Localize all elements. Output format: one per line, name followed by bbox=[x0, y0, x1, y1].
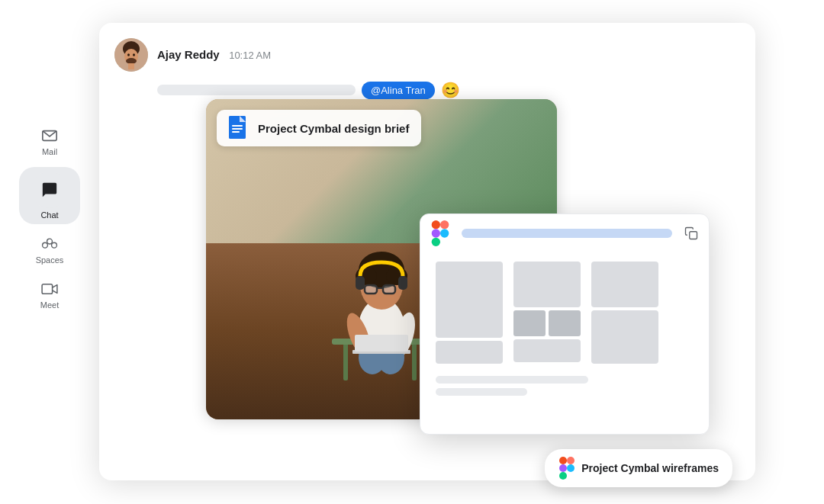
avatar bbox=[114, 38, 148, 72]
wf-small-right bbox=[549, 310, 581, 336]
sidebar-item-spaces[interactable]: Spaces bbox=[19, 230, 80, 269]
svg-point-1 bbox=[43, 242, 48, 248]
chat-label: Chat bbox=[40, 210, 58, 220]
emoji-symbol: 😊 bbox=[441, 81, 460, 99]
figma-pill-label: Project Cymbal wireframes bbox=[581, 462, 719, 474]
svg-rect-13 bbox=[412, 339, 417, 380]
message-text-bar bbox=[157, 85, 356, 95]
sender-info: Ajay Reddy 10:12 AM bbox=[157, 48, 271, 62]
spaces-icon bbox=[40, 235, 59, 253]
message-time: 10:12 AM bbox=[229, 50, 271, 61]
mail-icon bbox=[40, 127, 59, 145]
message-header: Ajay Reddy 10:12 AM bbox=[99, 23, 755, 81]
sender-name: Ajay Reddy bbox=[157, 48, 220, 61]
svg-rect-4 bbox=[42, 284, 53, 294]
main-scene: Mail Chat Spaces bbox=[0, 0, 824, 504]
figma-wireframe-card[interactable] bbox=[420, 213, 710, 435]
svg-rect-39 bbox=[440, 220, 449, 229]
svg-rect-23 bbox=[356, 276, 365, 290]
svg-rect-24 bbox=[398, 276, 407, 290]
svg-rect-32 bbox=[229, 116, 246, 139]
svg-point-10 bbox=[126, 58, 137, 64]
wf-mid-bottom bbox=[513, 339, 581, 362]
svg-rect-20 bbox=[365, 285, 377, 294]
figma-footer bbox=[420, 370, 709, 402]
docs-icon bbox=[229, 117, 250, 139]
chat-circle bbox=[31, 172, 68, 208]
wireframe-frame-2 bbox=[513, 262, 581, 362]
sidebar-item-chat[interactable]: Chat bbox=[19, 167, 80, 224]
svg-rect-41 bbox=[432, 238, 440, 246]
svg-rect-43 bbox=[690, 232, 697, 239]
sidebar: Mail Chat Spaces bbox=[0, 0, 99, 504]
wf-bottom-box bbox=[436, 341, 503, 364]
mention-chip[interactable]: @Alina Tran bbox=[362, 82, 435, 99]
figma-footer-bar1 bbox=[436, 376, 588, 384]
spaces-label: Spaces bbox=[36, 255, 64, 265]
wf-small-left bbox=[513, 310, 546, 336]
svg-rect-11 bbox=[128, 63, 134, 69]
message-body: @Alina Tran 😊 bbox=[99, 81, 755, 99]
sidebar-item-mail[interactable]: Mail bbox=[19, 122, 80, 161]
svg-rect-37 bbox=[232, 131, 240, 133]
svg-point-42 bbox=[440, 229, 449, 237]
svg-rect-40 bbox=[432, 229, 440, 237]
svg-point-8 bbox=[127, 53, 130, 56]
svg-point-2 bbox=[52, 242, 57, 248]
figma-logo bbox=[431, 220, 449, 246]
svg-rect-38 bbox=[432, 220, 440, 229]
wf-mid-row bbox=[513, 310, 581, 336]
svg-rect-46 bbox=[559, 464, 567, 472]
sidebar-item-meet[interactable]: Meet bbox=[19, 275, 80, 314]
docs-card-title: Project Cymbal design brief bbox=[258, 122, 409, 135]
wf-large-box bbox=[436, 262, 503, 338]
svg-rect-12 bbox=[343, 339, 348, 380]
figma-wireframe-area bbox=[420, 249, 709, 370]
svg-rect-47 bbox=[559, 472, 567, 480]
svg-point-48 bbox=[567, 464, 575, 472]
wireframe-frame-3 bbox=[591, 262, 658, 364]
svg-rect-36 bbox=[232, 128, 243, 130]
wf-right-bottom bbox=[591, 310, 658, 364]
wireframe-frame-1 bbox=[436, 262, 503, 364]
copy-icon bbox=[684, 226, 698, 240]
svg-rect-30 bbox=[355, 335, 408, 352]
wf-right-top bbox=[591, 262, 658, 307]
svg-rect-45 bbox=[567, 457, 575, 464]
meet-icon bbox=[40, 280, 59, 298]
figma-pill-logo bbox=[558, 457, 575, 480]
figma-title-bar bbox=[462, 229, 672, 238]
svg-point-3 bbox=[47, 239, 53, 244]
wf-mid-top bbox=[513, 262, 581, 307]
svg-rect-35 bbox=[232, 125, 243, 127]
mail-label: Mail bbox=[42, 147, 57, 156]
figma-footer-bar2 bbox=[436, 388, 527, 396]
svg-point-9 bbox=[133, 53, 135, 56]
meet-label: Meet bbox=[40, 300, 59, 310]
main-chat-card: Ajay Reddy 10:12 AM @Alina Tran 😊 bbox=[99, 23, 755, 480]
svg-rect-44 bbox=[559, 457, 567, 464]
figma-label-pill[interactable]: Project Cymbal wireframes bbox=[545, 449, 732, 487]
svg-rect-21 bbox=[383, 285, 395, 294]
docs-overlay-card[interactable]: Project Cymbal design brief bbox=[217, 110, 421, 146]
